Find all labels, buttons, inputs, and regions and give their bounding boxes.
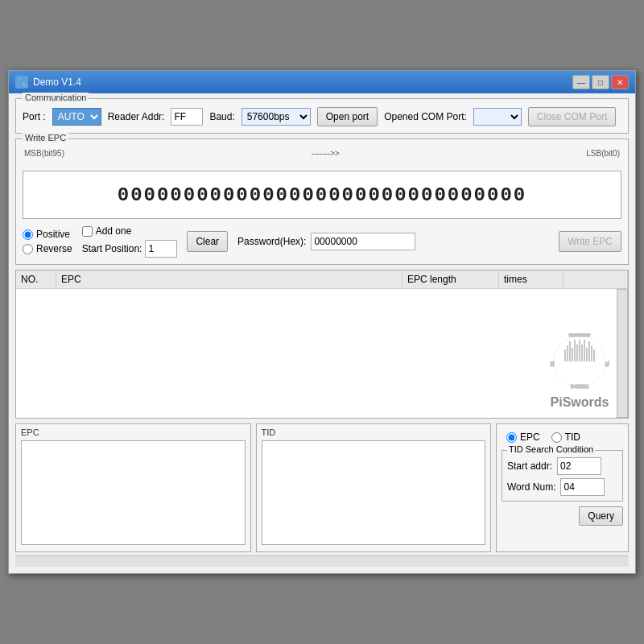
add-one-item: Add one [82, 225, 178, 237]
reader-addr-input[interactable] [171, 108, 203, 126]
word-num-input[interactable] [560, 478, 605, 496]
col-epc-length: EPC length [402, 270, 499, 288]
opened-com-port-label: Opened COM Port: [384, 111, 467, 122]
port-label: Port : [23, 111, 46, 122]
window-title: Demo V1.4 [33, 76, 81, 88]
tid-textarea[interactable] [262, 440, 486, 545]
reverse-label: Reverse [36, 243, 72, 254]
title-bar: 🔧 Demo V1.4 — □ ✕ [9, 71, 635, 93]
tid-output-box: TID [256, 423, 492, 552]
epc-tid-radio-row: EPC TID [502, 429, 623, 445]
query-btn-row: Query [502, 506, 623, 526]
start-pos-label: Start Position: [82, 243, 142, 254]
epc-radio-label: EPC [520, 431, 540, 443]
add-one-label: Add one [96, 225, 132, 237]
port-select[interactable]: AUTO COM1 COM2 COM3 [52, 108, 101, 126]
add-one-checkbox[interactable] [82, 226, 93, 237]
table-header: NO. EPC EPC length times [16, 270, 628, 289]
start-addr-label: Start addr: [507, 460, 552, 472]
tid-radio[interactable] [551, 432, 562, 443]
epc-textarea[interactable] [21, 440, 246, 545]
close-com-port-button[interactable]: Close COM Port [528, 107, 616, 126]
col-no: NO. [16, 270, 56, 288]
svg-text:31: 31 [550, 361, 555, 366]
col-extra [564, 270, 628, 288]
col-epc: EPC [56, 270, 402, 288]
write-epc-label: Write EPC [23, 133, 68, 142]
minimize-button[interactable]: — [572, 75, 590, 89]
svg-text:B4BE22: B4BE22 [571, 384, 589, 389]
communication-group: Communication Port : AUTO COM1 COM2 COM3… [15, 98, 629, 134]
baud-label: Baud: [209, 111, 234, 122]
bottom-section: EPC TID EPC TID [15, 423, 629, 552]
start-pos-row: Start Position: [82, 240, 178, 258]
positive-label: Positive [36, 229, 70, 240]
epc-controls: Positive Reverse Add one Start Position: [23, 225, 621, 258]
piswords-logo: 82653589 79 31 B4BE22 PiSwords [547, 333, 612, 410]
start-pos-input[interactable] [145, 240, 177, 258]
epc-value: 0000000000000000000000000000000 [118, 184, 526, 206]
write-epc-button[interactable]: Write EPC [559, 231, 621, 252]
piswords-text: PiSwords [547, 395, 612, 410]
right-panel: EPC TID TID Search Condition Start addr:… [496, 423, 629, 552]
write-epc-group: Write EPC MSB(bit95) ------->> LSB(bit0)… [15, 138, 629, 265]
epc-output-box: EPC [15, 423, 251, 552]
tid-radio-label: TID [565, 431, 580, 443]
close-button[interactable]: ✕ [611, 75, 629, 89]
communication-row: Port : AUTO COM1 COM2 COM3 Reader Addr: … [23, 107, 621, 126]
start-addr-row: Start addr: [507, 457, 617, 475]
password-input[interactable] [311, 233, 415, 250]
main-window: 🔧 Demo V1.4 — □ ✕ Communication Port : A… [8, 70, 636, 574]
clear-button[interactable]: Clear [187, 231, 228, 252]
window-body: Communication Port : AUTO COM1 COM2 COM3… [9, 93, 635, 573]
baud-select[interactable]: 57600bps 9600bps 19200bps 38400bps 11520… [242, 108, 311, 126]
lsb-label: LSB(bit0) [586, 149, 620, 158]
tid-search-group: TID Search Condition Start addr: Word Nu… [502, 450, 623, 502]
open-port-button[interactable]: Open port [317, 107, 378, 126]
password-row: Password(Hex): [237, 233, 415, 250]
password-label: Password(Hex): [237, 236, 306, 247]
msb-label: MSB(bit95) [24, 149, 64, 158]
svg-text:82653589: 82653589 [569, 333, 591, 337]
title-controls: — □ ✕ [572, 75, 629, 89]
epc-output-label: EPC [21, 427, 246, 437]
epc-display: 0000000000000000000000000000000 [23, 171, 621, 219]
query-button[interactable]: Query [579, 506, 623, 526]
tid-radio-item: TID [551, 431, 580, 443]
word-num-label: Word Num: [507, 481, 555, 493]
col-times: times [499, 270, 564, 288]
app-icon: 🔧 [15, 76, 28, 89]
tid-output-label: TID [262, 427, 486, 437]
start-addr-input[interactable] [557, 457, 601, 475]
data-table: NO. EPC EPC length times [15, 270, 629, 419]
positive-radio-item: Positive [23, 229, 72, 240]
title-bar-left: 🔧 Demo V1.4 [15, 76, 81, 89]
positive-radio[interactable] [23, 229, 33, 240]
tid-search-condition-label: TID Search Condition [507, 444, 595, 454]
table-scrollbar[interactable] [617, 289, 628, 418]
reverse-radio[interactable] [23, 244, 33, 254]
reverse-radio-item: Reverse [23, 243, 72, 254]
reader-addr-label: Reader Addr: [108, 111, 165, 122]
arrow-label: ------->> [312, 149, 340, 158]
bit-label-row: MSB(bit95) ------->> LSB(bit0) [23, 149, 621, 158]
communication-label: Communication [23, 93, 89, 102]
horizontal-scrollbar[interactable] [15, 555, 629, 567]
word-num-row: Word Num: [507, 478, 617, 496]
epc-radio-item: EPC [506, 431, 540, 443]
table-body: 82653589 79 31 B4BE22 PiSwords [16, 289, 628, 418]
svg-text:79: 79 [605, 361, 609, 367]
com-port-select[interactable] [473, 108, 522, 126]
add-one-start-pos: Add one Start Position: [82, 225, 178, 258]
restore-button[interactable]: □ [592, 75, 609, 89]
direction-radio-group: Positive Reverse [23, 229, 72, 254]
epc-radio[interactable] [506, 432, 517, 443]
piswords-waveform-icon: 82653589 79 31 B4BE22 [547, 333, 612, 390]
